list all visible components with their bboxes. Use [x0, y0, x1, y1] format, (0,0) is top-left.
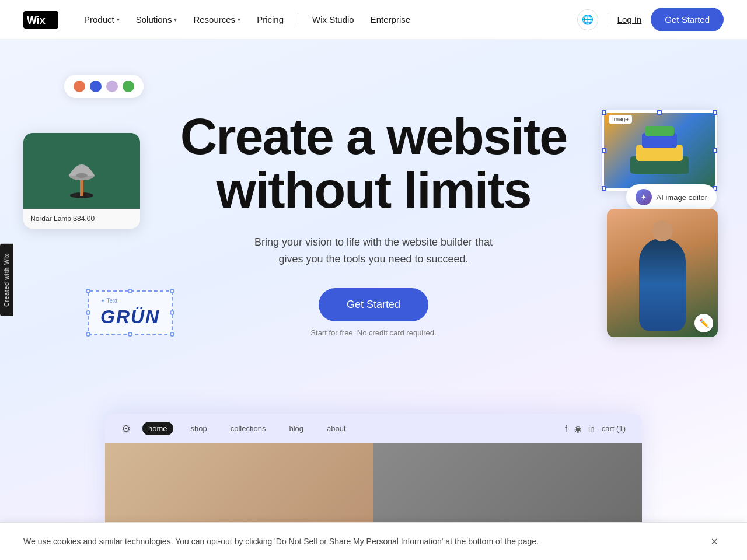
hero-section: Nordar Lamp $84.00 Create a website with… — [0, 40, 747, 560]
hero-subtitle: Bring your vision to life with the websi… — [0, 234, 747, 268]
hero-free-text: Start for free. No credit card required. — [0, 328, 747, 337]
chevron-down-icon: ▾ — [117, 16, 120, 23]
hero-cta-button[interactable]: Get Started — [319, 288, 428, 321]
site-nav-blog[interactable]: blog — [283, 422, 309, 435]
site-preview-nav: ⚙ home shop collections blog about f ◉ i… — [105, 414, 642, 443]
nav-item-wix-studio[interactable]: Wix Studio — [305, 10, 361, 29]
globe-button[interactable]: 🌐 — [577, 9, 598, 30]
nav-product-label: Product — [84, 15, 114, 24]
chevron-down-icon: ▾ — [174, 16, 177, 23]
nav-solutions-label: Solutions — [136, 15, 172, 24]
nav-item-pricing[interactable]: Pricing — [250, 10, 291, 29]
nav-divider — [298, 13, 298, 27]
cookie-text: We use cookies and similar technologies.… — [23, 537, 665, 546]
cookie-banner: We use cookies and similar technologies.… — [0, 522, 747, 560]
site-nav-right: f ◉ in cart (1) — [565, 424, 626, 433]
globe-icon: 🌐 — [582, 14, 594, 25]
nav-resources-label: Resources — [193, 15, 235, 24]
nav-links: Product ▾ Solutions ▾ Resources ▾ Pricin… — [77, 10, 577, 29]
nav-item-enterprise[interactable]: Enterprise — [364, 10, 417, 29]
logo[interactable]: Wix — [23, 11, 58, 29]
nav-get-started-button[interactable]: Get Started — [651, 8, 724, 32]
nav-right: 🌐 Log In Get Started — [577, 8, 724, 32]
nav-item-resources[interactable]: Resources ▾ — [186, 10, 247, 29]
site-gear-icon: ⚙ — [121, 422, 131, 435]
navigation: Wix Product ▾ Solutions ▾ Resources ▾ Pr… — [0, 0, 747, 40]
wix-logo-icon: Wix — [23, 11, 58, 29]
created-with-wix-label: Created with Wix — [0, 244, 13, 316]
nav-pricing-label: Pricing — [257, 15, 284, 24]
login-button[interactable]: Log In — [617, 15, 642, 24]
hero-content: Create a website without limits Bring yo… — [0, 86, 747, 337]
nav-right-divider — [608, 13, 608, 27]
nav-enterprise-label: Enterprise — [371, 15, 410, 24]
nav-item-product[interactable]: Product ▾ — [77, 10, 127, 29]
nav-wix-studio-label: Wix Studio — [312, 15, 354, 24]
nav-item-solutions[interactable]: Solutions ▾ — [129, 10, 184, 29]
linkedin-icon: in — [588, 424, 595, 433]
instagram-icon: ◉ — [574, 424, 581, 433]
site-nav-about[interactable]: about — [321, 422, 352, 435]
facebook-icon: f — [565, 424, 567, 433]
site-nav-shop[interactable]: shop — [185, 422, 213, 435]
cart-label[interactable]: cart (1) — [602, 424, 626, 433]
hero-title: Create a website without limits — [134, 110, 613, 218]
site-nav-left: ⚙ home shop collections blog about — [121, 422, 352, 435]
site-nav-home[interactable]: home — [142, 422, 173, 435]
cookie-close-button[interactable]: × — [705, 532, 724, 551]
chevron-down-icon: ▾ — [238, 16, 240, 23]
site-nav-collections[interactable]: collections — [225, 422, 272, 435]
svg-text:Wix: Wix — [27, 15, 46, 26]
